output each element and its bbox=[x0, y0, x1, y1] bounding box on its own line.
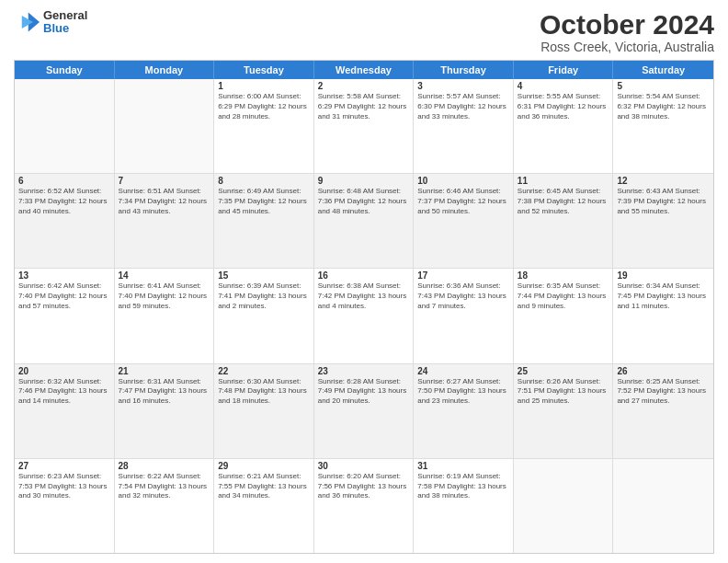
day-number: 16 bbox=[318, 270, 410, 281]
day-info: Sunrise: 5:58 AM Sunset: 6:29 PM Dayligh… bbox=[318, 92, 410, 121]
day-info: Sunrise: 6:34 AM Sunset: 7:45 PM Dayligh… bbox=[617, 282, 710, 311]
calendar-cell: 18Sunrise: 6:35 AM Sunset: 7:44 PM Dayli… bbox=[514, 269, 614, 362]
day-info: Sunrise: 6:52 AM Sunset: 7:33 PM Dayligh… bbox=[18, 187, 110, 216]
calendar-cell: 24Sunrise: 6:27 AM Sunset: 7:50 PM Dayli… bbox=[414, 364, 514, 458]
day-number: 6 bbox=[18, 176, 110, 186]
day-number: 14 bbox=[119, 270, 210, 281]
day-info: Sunrise: 6:20 AM Sunset: 7:56 PM Dayligh… bbox=[318, 472, 410, 501]
calendar-cell: 14Sunrise: 6:41 AM Sunset: 7:40 PM Dayli… bbox=[115, 269, 215, 362]
day-number: 21 bbox=[119, 366, 210, 376]
calendar-cell: 15Sunrise: 6:39 AM Sunset: 7:41 PM Dayli… bbox=[214, 269, 314, 362]
calendar-row-2: 6Sunrise: 6:52 AM Sunset: 7:33 PM Daylig… bbox=[15, 174, 713, 269]
calendar-cell: 30Sunrise: 6:20 AM Sunset: 7:56 PM Dayli… bbox=[314, 459, 415, 553]
header-day-sunday: Sunday bbox=[15, 61, 115, 79]
day-number: 23 bbox=[318, 366, 410, 376]
calendar-cell: 9Sunrise: 6:48 AM Sunset: 7:36 PM Daylig… bbox=[314, 174, 415, 268]
day-info: Sunrise: 6:38 AM Sunset: 7:42 PM Dayligh… bbox=[318, 282, 410, 311]
day-info: Sunrise: 6:46 AM Sunset: 7:37 PM Dayligh… bbox=[417, 187, 509, 216]
calendar-cell: 23Sunrise: 6:28 AM Sunset: 7:49 PM Dayli… bbox=[314, 364, 415, 458]
calendar-cell: 3Sunrise: 5:57 AM Sunset: 6:30 PM Daylig… bbox=[414, 79, 514, 173]
calendar-cell: 6Sunrise: 6:52 AM Sunset: 7:33 PM Daylig… bbox=[15, 174, 115, 268]
day-number: 12 bbox=[617, 176, 710, 186]
calendar-cell bbox=[514, 459, 614, 553]
day-number: 22 bbox=[218, 366, 310, 376]
day-number: 11 bbox=[518, 176, 609, 186]
calendar-cell: 2Sunrise: 5:58 AM Sunset: 6:29 PM Daylig… bbox=[314, 79, 415, 173]
header-day-wednesday: Wednesday bbox=[314, 61, 415, 79]
day-info: Sunrise: 6:48 AM Sunset: 7:36 PM Dayligh… bbox=[318, 187, 410, 216]
calendar-cell: 7Sunrise: 6:51 AM Sunset: 7:34 PM Daylig… bbox=[115, 174, 215, 268]
day-info: Sunrise: 6:31 AM Sunset: 7:47 PM Dayligh… bbox=[119, 377, 210, 407]
day-info: Sunrise: 5:55 AM Sunset: 6:31 PM Dayligh… bbox=[518, 92, 609, 121]
calendar-row-5: 27Sunrise: 6:23 AM Sunset: 7:53 PM Dayli… bbox=[15, 459, 713, 553]
day-info: Sunrise: 6:19 AM Sunset: 7:58 PM Dayligh… bbox=[417, 472, 509, 501]
day-info: Sunrise: 6:36 AM Sunset: 7:43 PM Dayligh… bbox=[417, 282, 509, 311]
day-number: 25 bbox=[518, 366, 609, 376]
page: General Blue October 2024 Ross Creek, Vi… bbox=[0, 0, 728, 563]
title-block: October 2024 Ross Creek, Victoria, Austr… bbox=[540, 9, 714, 54]
header-day-monday: Monday bbox=[115, 61, 215, 79]
calendar-cell: 4Sunrise: 5:55 AM Sunset: 6:31 PM Daylig… bbox=[514, 79, 614, 173]
day-number: 3 bbox=[417, 81, 509, 91]
calendar-cell: 22Sunrise: 6:30 AM Sunset: 7:48 PM Dayli… bbox=[214, 364, 314, 458]
day-number: 4 bbox=[518, 81, 609, 91]
day-number: 8 bbox=[218, 176, 310, 186]
day-number: 13 bbox=[18, 270, 110, 281]
day-number: 31 bbox=[417, 461, 509, 471]
day-info: Sunrise: 6:27 AM Sunset: 7:50 PM Dayligh… bbox=[417, 377, 509, 407]
calendar-cell: 27Sunrise: 6:23 AM Sunset: 7:53 PM Dayli… bbox=[15, 459, 115, 553]
calendar-cell: 21Sunrise: 6:31 AM Sunset: 7:47 PM Dayli… bbox=[115, 364, 215, 458]
day-info: Sunrise: 6:42 AM Sunset: 7:40 PM Dayligh… bbox=[18, 282, 110, 311]
header-day-tuesday: Tuesday bbox=[214, 61, 314, 79]
calendar-cell: 26Sunrise: 6:25 AM Sunset: 7:52 PM Dayli… bbox=[613, 364, 713, 458]
day-info: Sunrise: 6:28 AM Sunset: 7:49 PM Dayligh… bbox=[318, 377, 410, 407]
calendar-cell bbox=[613, 459, 713, 553]
calendar-cell bbox=[15, 79, 115, 173]
calendar-cell: 25Sunrise: 6:26 AM Sunset: 7:51 PM Dayli… bbox=[514, 364, 614, 458]
day-info: Sunrise: 6:22 AM Sunset: 7:54 PM Dayligh… bbox=[119, 472, 210, 501]
day-info: Sunrise: 6:35 AM Sunset: 7:44 PM Dayligh… bbox=[518, 282, 609, 311]
day-number: 18 bbox=[518, 270, 609, 281]
logo-blue-text: Blue bbox=[43, 22, 87, 35]
logo: General Blue bbox=[14, 9, 87, 36]
calendar-row-4: 20Sunrise: 6:32 AM Sunset: 7:46 PM Dayli… bbox=[15, 364, 713, 459]
calendar-cell: 20Sunrise: 6:32 AM Sunset: 7:46 PM Dayli… bbox=[15, 364, 115, 458]
logo-text: General Blue bbox=[43, 9, 87, 36]
title-location: Ross Creek, Victoria, Australia bbox=[540, 40, 714, 54]
day-number: 17 bbox=[417, 270, 509, 281]
day-info: Sunrise: 6:49 AM Sunset: 7:35 PM Dayligh… bbox=[218, 187, 310, 216]
header-day-thursday: Thursday bbox=[414, 61, 514, 79]
calendar-cell: 13Sunrise: 6:42 AM Sunset: 7:40 PM Dayli… bbox=[15, 269, 115, 362]
day-info: Sunrise: 6:43 AM Sunset: 7:39 PM Dayligh… bbox=[617, 187, 710, 216]
calendar-cell: 11Sunrise: 6:45 AM Sunset: 7:38 PM Dayli… bbox=[514, 174, 614, 268]
day-number: 26 bbox=[617, 366, 710, 376]
day-number: 27 bbox=[18, 461, 110, 471]
logo-general-text: General bbox=[43, 9, 87, 22]
calendar-cell: 12Sunrise: 6:43 AM Sunset: 7:39 PM Dayli… bbox=[613, 174, 713, 268]
day-number: 9 bbox=[318, 176, 410, 186]
day-number: 10 bbox=[417, 176, 509, 186]
day-info: Sunrise: 6:00 AM Sunset: 6:29 PM Dayligh… bbox=[218, 92, 310, 121]
day-info: Sunrise: 6:39 AM Sunset: 7:41 PM Dayligh… bbox=[218, 282, 310, 311]
calendar-cell: 10Sunrise: 6:46 AM Sunset: 7:37 PM Dayli… bbox=[414, 174, 514, 268]
day-number: 7 bbox=[119, 176, 210, 186]
day-info: Sunrise: 6:26 AM Sunset: 7:51 PM Dayligh… bbox=[518, 377, 609, 407]
day-info: Sunrise: 5:57 AM Sunset: 6:30 PM Dayligh… bbox=[417, 92, 509, 121]
day-number: 20 bbox=[18, 366, 110, 376]
day-number: 30 bbox=[318, 461, 410, 471]
day-number: 15 bbox=[218, 270, 310, 281]
day-info: Sunrise: 6:32 AM Sunset: 7:46 PM Dayligh… bbox=[18, 377, 110, 407]
day-info: Sunrise: 6:45 AM Sunset: 7:38 PM Dayligh… bbox=[518, 187, 609, 216]
header-day-saturday: Saturday bbox=[613, 61, 713, 79]
calendar-cell bbox=[115, 79, 215, 173]
calendar-cell: 28Sunrise: 6:22 AM Sunset: 7:54 PM Dayli… bbox=[115, 459, 215, 553]
day-info: Sunrise: 6:30 AM Sunset: 7:48 PM Dayligh… bbox=[218, 377, 310, 407]
calendar-cell: 19Sunrise: 6:34 AM Sunset: 7:45 PM Dayli… bbox=[613, 269, 713, 362]
day-info: Sunrise: 5:54 AM Sunset: 6:32 PM Dayligh… bbox=[617, 92, 710, 121]
title-month: October 2024 bbox=[540, 9, 714, 40]
day-number: 19 bbox=[617, 270, 710, 281]
calendar-body: 1Sunrise: 6:00 AM Sunset: 6:29 PM Daylig… bbox=[15, 79, 713, 553]
day-info: Sunrise: 6:23 AM Sunset: 7:53 PM Dayligh… bbox=[18, 472, 110, 501]
calendar-cell: 31Sunrise: 6:19 AM Sunset: 7:58 PM Dayli… bbox=[414, 459, 514, 553]
day-number: 1 bbox=[218, 81, 310, 91]
